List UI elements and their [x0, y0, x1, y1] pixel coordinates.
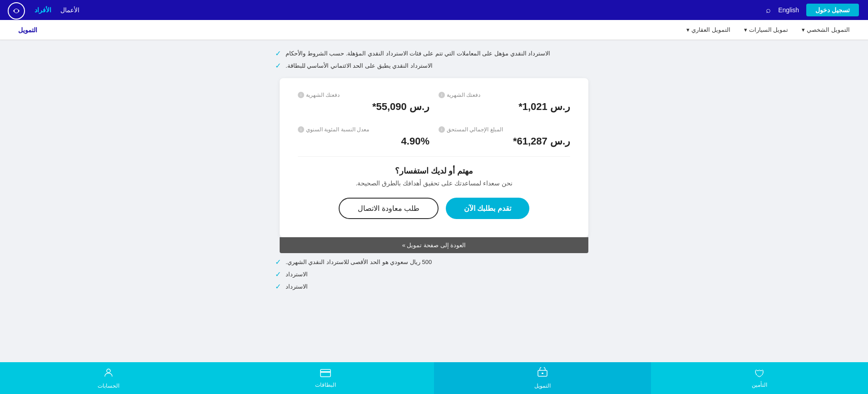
chevron-down-icon: ▾	[686, 26, 690, 33]
cta-section: مهتم أو لديك استفسار؟ نحن سعداء لمساعدتك…	[298, 156, 570, 224]
sub-nav-items: التمويل الشخصي ▾ تمويل السيارات ▾ التموي…	[686, 26, 850, 33]
subnav-personal-label: التمويل الشخصي	[807, 26, 850, 33]
field-label-1: دفعتك الشهرية i	[439, 92, 570, 98]
checklist-text-2: الاسترداد النقدي يطبق على الحد الائتماني…	[286, 62, 433, 69]
svg-point-1	[15, 9, 18, 13]
language-switch[interactable]: English	[778, 6, 799, 14]
cards-icon	[320, 368, 331, 380]
subnav-personal[interactable]: التمويل الشخصي ▾	[802, 26, 850, 33]
bottom-nav-insurance-label: التأمين	[752, 382, 767, 388]
footer-checklist-text-2: الاسترداد	[286, 271, 308, 278]
svg-point-6	[107, 369, 110, 373]
logo-icon	[9, 2, 25, 18]
insurance-icon: 🛡	[755, 368, 764, 380]
check-icon-3: ✓	[275, 258, 281, 266]
field-value-1: ر.س 1,021*	[439, 101, 570, 113]
sub-nav-title: التمويل	[18, 26, 37, 34]
footer-checklist-item-3: الاسترداد ✓	[275, 282, 593, 291]
bottom-nav-insurance[interactable]: 🛡 التأمين	[651, 362, 868, 394]
field-value-2: ر.س 55,090*	[298, 101, 429, 113]
field-value-4: 4.90%	[298, 135, 429, 147]
field-label-4: معدل النسبة المئوية السنوي i	[298, 126, 429, 133]
footer-checklist-text-1: 500 ريال سعودي هو الحد الأقصى للاسترداد …	[286, 259, 432, 265]
info-icon-4[interactable]: i	[298, 126, 304, 133]
cta-subtitle: نحن سعداء لمساعدتك على تحقيق أهدافك بالط…	[298, 180, 570, 187]
header: تسجيل دخول English ⌕ الأعمال الأفراد	[0, 0, 868, 20]
svg-rect-3	[542, 373, 543, 374]
field-value-3: ر.س 61,287*	[439, 135, 570, 147]
check-icon-4: ✓	[275, 270, 281, 279]
finance-icon	[537, 367, 548, 381]
back-bar[interactable]: العودة إلى صفحة تمويل »	[280, 237, 588, 253]
callback-button[interactable]: طلب معاودة الاتصال	[339, 198, 439, 219]
header-right: تسجيل دخول English ⌕	[766, 4, 859, 16]
bottom-nav-finance[interactable]: التمويل	[434, 362, 651, 394]
bottom-nav-accounts[interactable]: الحسابات	[0, 362, 217, 394]
bottom-nav-cards-label: البطاقات	[315, 382, 336, 388]
bottom-nav: 🛡 التأمين التمويل البطاقات الح	[0, 362, 868, 394]
chevron-down-icon: ▾	[802, 26, 805, 33]
accounts-icon	[103, 367, 114, 381]
field-monthly-payment-2: دفعتك الشهرية i ر.س 55,090*	[298, 92, 429, 113]
sub-nav: التمويل الشخصي ▾ تمويل السيارات ▾ التموي…	[0, 20, 868, 40]
nav-business[interactable]: الأعمال	[60, 6, 79, 14]
subnav-cars[interactable]: تمويل السيارات ▾	[744, 26, 789, 33]
footer-checklist-text-3: الاسترداد	[286, 283, 308, 290]
checklist-item-1: الاسترداد النقدي مؤهل على المعاملات التي…	[275, 49, 593, 58]
info-card: دفعتك الشهرية i ر.س 1,021* دفعتك الشهرية…	[280, 78, 588, 237]
subnav-cars-label: تمويل السيارات	[749, 26, 789, 33]
cta-buttons: تقدم بطلبك الآن طلب معاودة الاتصال	[298, 198, 570, 219]
footer-checklist: 500 ريال سعودي هو الحد الأقصى للاسترداد …	[275, 258, 593, 294]
apply-now-button[interactable]: تقدم بطلبك الآن	[446, 198, 529, 219]
subnav-real-estate-label: التمويل العقاري	[691, 26, 730, 33]
checklist-item-2: الاسترداد النقدي يطبق على الحد الائتماني…	[275, 61, 593, 70]
top-checklist: الاسترداد النقدي مؤهل على المعاملات التي…	[275, 49, 593, 74]
svg-rect-4	[321, 369, 330, 377]
info-icon-1[interactable]: i	[439, 92, 445, 98]
field-label-2: دفعتك الشهرية i	[298, 92, 429, 98]
nav-individuals[interactable]: الأفراد	[35, 6, 51, 14]
checklist-text-1: الاسترداد النقدي مؤهل على المعاملات التي…	[286, 50, 550, 57]
check-icon-5: ✓	[275, 282, 281, 291]
footer-checklist-item-1: 500 ريال سعودي هو الحد الأقصى للاسترداد …	[275, 258, 593, 266]
login-button[interactable]: تسجيل دخول	[806, 4, 859, 16]
field-total-amount: المبلغ الإجمالي المستحق i ر.س 61,287*	[439, 126, 570, 147]
info-icon-3[interactable]: i	[439, 126, 445, 133]
check-icon-2: ✓	[275, 61, 281, 70]
bottom-nav-accounts-label: الحسابات	[98, 383, 119, 389]
search-icon[interactable]: ⌕	[766, 5, 771, 15]
info-icon-2[interactable]: i	[298, 92, 304, 98]
subnav-real-estate[interactable]: التمويل العقاري ▾	[686, 26, 730, 33]
bottom-nav-cards[interactable]: البطاقات	[217, 362, 434, 394]
footer-checklist-item-2: الاسترداد ✓	[275, 270, 593, 279]
svg-rect-5	[321, 371, 330, 373]
field-annual-rate: معدل النسبة المئوية السنوي i 4.90%	[298, 126, 429, 147]
bottom-nav-finance-label: التمويل	[534, 383, 551, 389]
check-icon-1: ✓	[275, 49, 281, 58]
cta-title: مهتم أو لديك استفسار؟	[298, 166, 570, 176]
header-left: الأعمال الأفراد	[9, 2, 79, 18]
field-monthly-payment-1: دفعتك الشهرية i ر.س 1,021*	[439, 92, 570, 113]
main-content: الاسترداد النقدي مؤهل على المعاملات التي…	[0, 40, 868, 304]
chevron-down-icon: ▾	[744, 26, 747, 33]
card-fields: دفعتك الشهرية i ر.س 1,021* دفعتك الشهرية…	[298, 92, 570, 147]
field-label-3: المبلغ الإجمالي المستحق i	[439, 126, 570, 133]
